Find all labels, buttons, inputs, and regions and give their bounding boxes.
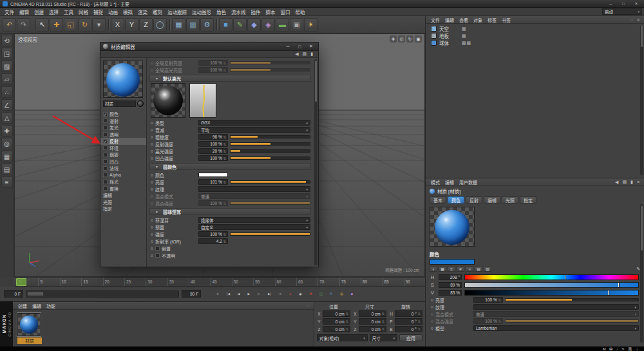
material-preview[interactable] <box>430 207 475 247</box>
property-value-input[interactable]: 100 % <box>198 60 228 66</box>
toolbar-button[interactable] <box>167 18 171 32</box>
coordinate-system-button[interactable]: ◯ <box>153 18 167 32</box>
channel-row[interactable]: 漫射 <box>100 118 146 125</box>
hex-icon[interactable]: # <box>457 266 464 272</box>
property-row[interactable]: 预置 自定义 自定义▾ <box>147 223 314 231</box>
move-button[interactable]: ✚ <box>50 18 63 32</box>
add-primitive-button[interactable]: ■ <box>219 18 232 32</box>
channel-label[interactable]: 烟雾 <box>109 151 118 158</box>
back-icon[interactable]: ◀ <box>295 52 298 57</box>
color-swatch[interactable] <box>198 173 228 177</box>
coordinate-input[interactable]: 0 ° <box>395 326 422 332</box>
property-slider[interactable] <box>230 202 310 205</box>
add-camera-button[interactable]: ▣ <box>290 18 303 32</box>
channel-row[interactable]: 法线 <box>100 165 146 172</box>
object-name[interactable]: 地板 <box>439 32 449 39</box>
property-row[interactable]: 模型 Lambertian Lambertian▾ <box>426 325 644 332</box>
property-row[interactable]: 亮度 100 % 100 %▾ <box>426 296 644 303</box>
coordinate-input[interactable]: 0 cm <box>323 318 350 325</box>
prev-frame-button[interactable]: ◀ <box>234 290 243 298</box>
menu-item[interactable]: 流水线 <box>229 8 249 15</box>
coordinate-mode-select[interactable]: 对象(相对)▾ <box>317 334 368 341</box>
attribute-manager-scrollbar[interactable] <box>640 204 643 343</box>
material-name-label[interactable]: 材质 <box>17 337 42 344</box>
maximize-view-icon[interactable]: ▣ <box>415 35 422 43</box>
preview-options-button[interactable] <box>137 100 144 107</box>
back-icon[interactable]: ◀ <box>613 180 620 185</box>
hsv-gradient-bar[interactable] <box>464 290 639 296</box>
last-tool-button[interactable]: ▾ <box>92 18 106 32</box>
scrollbar-thumb[interactable] <box>641 205 643 251</box>
property-row[interactable]: 混合强度 100 % 100 %▾ <box>426 318 644 325</box>
menu-item[interactable]: 动画 <box>106 8 120 15</box>
channel-checkbox[interactable] <box>103 126 108 130</box>
coordinate-input[interactable]: 0 cm <box>323 310 350 317</box>
channel-label[interactable]: 漫射 <box>109 118 118 124</box>
render-settings-button[interactable]: ⚙ <box>200 18 214 32</box>
rotate-view-icon[interactable]: ↻ <box>406 35 413 43</box>
workplane-mode-button[interactable]: ▱ <box>1 73 13 85</box>
dialog-titlebar[interactable]: 材质编辑器 ─ □ ✕ <box>100 43 318 51</box>
polygons-mode-button[interactable]: △ <box>1 112 13 124</box>
property-select[interactable]: ▾ <box>198 186 310 192</box>
dialog-minimize-button[interactable]: ─ <box>283 43 292 50</box>
attribute-tab[interactable]: 光照 <box>502 196 518 204</box>
current-frame-input[interactable]: 0 F <box>4 290 23 298</box>
object-row[interactable]: 球体 ▩▩ <box>426 39 644 46</box>
texture-mode-button[interactable]: ▨ <box>1 61 13 72</box>
render-view-button[interactable]: ▦ <box>172 18 185 32</box>
menu-item[interactable]: 插件 <box>249 8 263 15</box>
record-position-button[interactable]: ✚ <box>307 290 315 298</box>
menu-item[interactable]: 工具 <box>61 8 76 15</box>
property-slider[interactable] <box>230 68 310 71</box>
property-row[interactable]: 反射强度 100 % 100 %▾ <box>147 140 314 147</box>
apply-button[interactable]: 应用 <box>399 334 422 341</box>
record-keyframe-button[interactable]: ● <box>286 290 294 298</box>
record-scale-button[interactable]: ◱ <box>317 290 325 298</box>
layer-color-section-header[interactable]: ▼ 层颜色 <box>149 163 311 170</box>
search-icon[interactable]: ◌ <box>629 17 635 22</box>
channel-row[interactable]: 发光 <box>100 124 146 131</box>
channel-label[interactable]: 发光 <box>109 124 118 131</box>
model-mode-button[interactable]: ◳ <box>1 48 13 59</box>
live-selection-button[interactable]: ↖ <box>35 18 49 32</box>
property-checkbox[interactable] <box>155 253 160 258</box>
menu-item[interactable]: 文件 <box>2 8 17 15</box>
property-row[interactable]: 倒置 ▾ <box>147 245 314 252</box>
property-slider[interactable] <box>230 142 310 146</box>
dialog-scrollbar[interactable] <box>314 59 317 265</box>
y-lock-button[interactable]: Y <box>125 18 138 32</box>
property-value-input[interactable]: 100 % <box>473 297 503 303</box>
coordinate-input[interactable]: 0 cm <box>323 326 350 332</box>
lock-icon[interactable]: ▮ <box>310 52 313 57</box>
channel-row[interactable]: 置换 <box>100 185 146 193</box>
rgb-sliders-icon[interactable]: ≡ <box>448 266 455 272</box>
object-tag-icons[interactable]: ▩ <box>462 33 467 39</box>
menu-item[interactable]: 用户数据 <box>457 178 480 185</box>
menu-item[interactable]: 对象 <box>471 16 485 23</box>
menu-item[interactable]: 创建 <box>32 8 46 15</box>
channel-checkbox[interactable] <box>103 186 108 191</box>
channel-label[interactable]: 辉光 <box>109 178 118 185</box>
pan-view-icon[interactable]: ✚ <box>390 35 397 43</box>
enable-axis-button[interactable]: ✚ <box>1 125 13 137</box>
layout-selector[interactable]: 启动▾ <box>602 8 642 15</box>
redo-button[interactable]: ↷ <box>17 18 30 32</box>
channel-checkbox[interactable] <box>103 166 108 171</box>
property-select[interactable]: 绝缘体▾ <box>198 217 310 223</box>
menu-item[interactable]: 窗口 <box>278 8 293 15</box>
menu-item[interactable]: 文件 <box>428 16 442 23</box>
record-pla-button[interactable]: ◆ <box>348 290 356 298</box>
prev-key-button[interactable]: |◀ <box>224 290 232 298</box>
property-slider[interactable] <box>230 149 310 153</box>
timeline-range-slider[interactable] <box>26 290 179 298</box>
color-swatch[interactable] <box>430 259 475 265</box>
scrollbar-thumb[interactable] <box>315 61 317 102</box>
attribute-tab[interactable]: 基本 <box>430 196 446 204</box>
material-name-input[interactable]: 材质 <box>103 100 136 107</box>
scrollbar-thumb[interactable] <box>641 25 643 47</box>
next-key-button[interactable]: ▶| <box>265 290 274 298</box>
property-slider[interactable] <box>230 61 310 64</box>
channel-label[interactable]: 反射 <box>109 138 118 144</box>
search-icon[interactable]: ◌ <box>305 303 311 308</box>
